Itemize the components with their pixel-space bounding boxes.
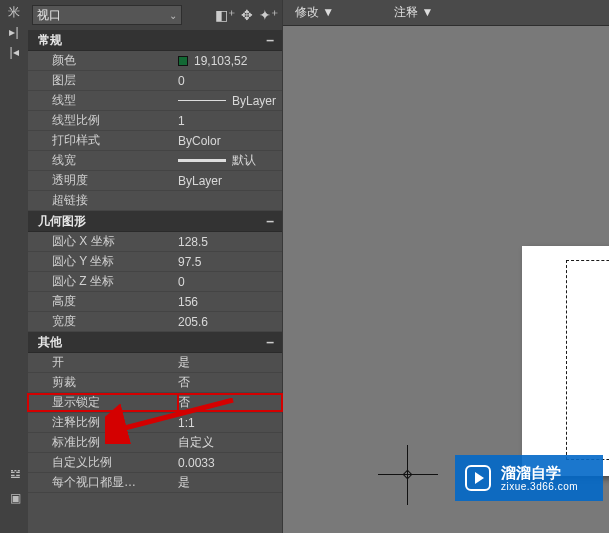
property-value[interactable]: 默认 — [178, 152, 282, 169]
category-header[interactable]: 几何图形– — [28, 211, 282, 232]
category-header[interactable]: 其他– — [28, 332, 282, 353]
watermark-badge: 溜溜自学 zixue.3d66.com — [455, 455, 603, 501]
color-swatch — [178, 56, 188, 66]
property-label: 线型比例 — [28, 112, 178, 129]
property-label: 宽度 — [28, 313, 178, 330]
top-ribbon: 修改 ▼ 注释 ▼ — [283, 0, 609, 26]
property-row[interactable]: 剪裁否 — [28, 373, 282, 393]
property-row[interactable]: 线型比例1 — [28, 111, 282, 131]
property-row[interactable]: 开是 — [28, 353, 282, 373]
object-type-dropdown[interactable]: 视口 ⌄ — [32, 5, 182, 25]
property-value[interactable]: 1 — [178, 114, 282, 128]
property-row[interactable]: 超链接 — [28, 191, 282, 211]
property-value[interactable]: 156 — [178, 295, 282, 309]
property-row[interactable]: 颜色19,103,52 — [28, 51, 282, 71]
grid-icon[interactable]: 𝍈 — [10, 467, 21, 481]
property-value[interactable]: 128.5 — [178, 235, 282, 249]
property-label: 线型 — [28, 92, 178, 109]
property-label: 剪裁 — [28, 374, 178, 391]
property-value[interactable]: ByColor — [178, 134, 282, 148]
add-select-icon[interactable]: ✦⁺ — [259, 7, 278, 23]
property-value[interactable]: 0.0033 — [178, 456, 282, 470]
watermark-title: 溜溜自学 — [501, 464, 578, 481]
line-sample-icon — [178, 159, 226, 162]
property-row[interactable]: 圆心 Z 坐标0 — [28, 272, 282, 292]
property-row[interactable]: 圆心 Y 坐标97.5 — [28, 252, 282, 272]
marker-left-icon[interactable]: ▸| — [9, 26, 18, 38]
quick-select-icon[interactable]: ◧⁺ — [215, 7, 235, 23]
svg-line-0 — [117, 400, 233, 430]
marker-right-icon[interactable]: |◂ — [9, 46, 18, 58]
category-header[interactable]: 常规– — [28, 30, 282, 51]
collapse-icon[interactable]: – — [266, 334, 274, 350]
line-sample-icon — [178, 100, 226, 101]
chevron-down-icon: ⌄ — [169, 10, 177, 21]
property-value[interactable]: 97.5 — [178, 255, 282, 269]
property-label: 超链接 — [28, 192, 178, 209]
property-label: 颜色 — [28, 52, 178, 69]
property-label: 开 — [28, 354, 178, 371]
property-label: 圆心 X 坐标 — [28, 233, 178, 250]
property-label: 高度 — [28, 293, 178, 310]
selector-row: 视口 ⌄ ◧⁺ ✥ ✦⁺ — [28, 0, 282, 30]
ribbon-group-annotate[interactable]: 注释 ▼ — [394, 4, 433, 21]
property-label: 自定义比例 — [28, 454, 178, 471]
properties-panel: 视口 ⌄ ◧⁺ ✥ ✦⁺ 常规–颜色19,103,52图层0线型ByLayer线… — [28, 0, 283, 533]
ucs-icon — [378, 445, 438, 505]
collapse-icon[interactable]: – — [266, 32, 274, 48]
property-value[interactable]: 是 — [178, 474, 282, 491]
property-row[interactable]: 圆心 X 坐标128.5 — [28, 232, 282, 252]
property-label: 每个视口都显… — [28, 474, 178, 491]
property-row[interactable]: 透明度ByLayer — [28, 171, 282, 191]
property-label: 线宽 — [28, 152, 178, 169]
property-value[interactable]: 205.6 — [178, 315, 282, 329]
paper-sheet[interactable] — [522, 246, 609, 476]
collapse-icon[interactable]: – — [266, 213, 274, 229]
property-row[interactable]: 宽度205.6 — [28, 312, 282, 332]
property-row[interactable]: 线宽默认 — [28, 151, 282, 171]
property-row[interactable]: 自定义比例0.0033 — [28, 453, 282, 473]
left-toolbar: 米 ▸| |◂ — [0, 0, 28, 533]
property-row[interactable]: 图层0 — [28, 71, 282, 91]
property-label: 打印样式 — [28, 132, 178, 149]
property-label: 图层 — [28, 72, 178, 89]
play-icon — [465, 465, 491, 491]
object-type-label: 视口 — [37, 7, 61, 24]
selector-tools: ◧⁺ ✥ ✦⁺ — [215, 7, 278, 23]
list-icon[interactable]: ▣ — [10, 491, 21, 505]
property-row[interactable]: 线型ByLayer — [28, 91, 282, 111]
category-title: 常规 — [38, 32, 62, 49]
ribbon-group-modify[interactable]: 修改 ▼ — [295, 4, 334, 21]
property-value[interactable]: 否 — [178, 374, 282, 391]
annotation-arrow — [105, 398, 235, 444]
property-value[interactable]: 0 — [178, 275, 282, 289]
viewport-border[interactable] — [566, 260, 609, 460]
canvas-area[interactable]: 修改 ▼ 注释 ▼ 溜溜自学 zixue.3d66.com — [283, 0, 609, 533]
property-value[interactable]: 19,103,52 — [178, 54, 282, 68]
category-title: 其他 — [38, 334, 62, 351]
property-value[interactable]: 是 — [178, 354, 282, 371]
property-value[interactable]: ByLayer — [178, 174, 282, 188]
property-label: 圆心 Y 坐标 — [28, 253, 178, 270]
property-label: 透明度 — [28, 172, 178, 189]
watermark-domain: zixue.3d66.com — [501, 481, 578, 493]
property-row[interactable]: 高度156 — [28, 292, 282, 312]
property-row[interactable]: 每个视口都显…是 — [28, 473, 282, 493]
property-label: 圆心 Z 坐标 — [28, 273, 178, 290]
snap-icon[interactable]: 米 — [8, 6, 20, 18]
property-value[interactable]: 0 — [178, 74, 282, 88]
property-row[interactable]: 打印样式ByColor — [28, 131, 282, 151]
category-title: 几何图形 — [38, 213, 86, 230]
pick-icon[interactable]: ✥ — [241, 7, 253, 23]
property-value[interactable]: ByLayer — [178, 94, 282, 108]
